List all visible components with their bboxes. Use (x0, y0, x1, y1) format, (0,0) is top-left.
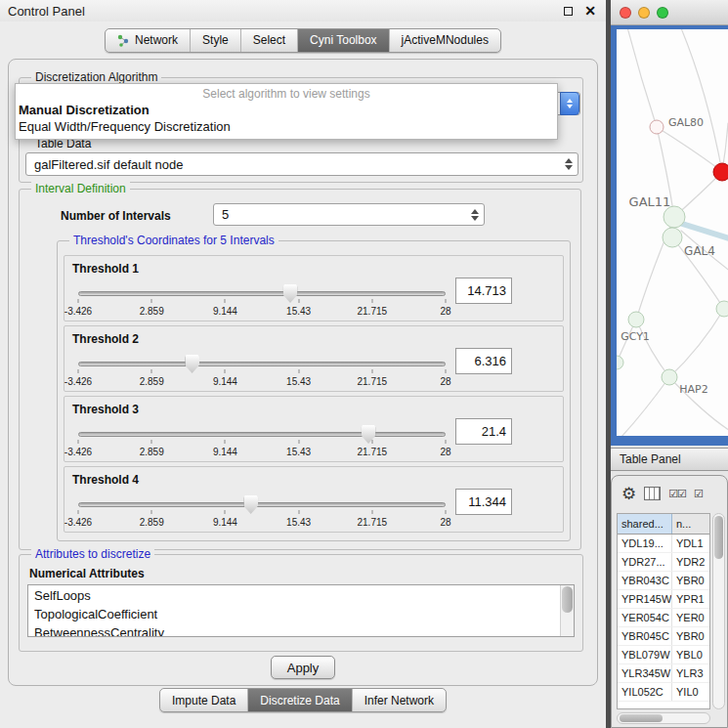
zoom-traffic-light[interactable] (657, 7, 668, 19)
tab-network[interactable]: Network (106, 29, 190, 52)
slider-thumb[interactable] (243, 495, 258, 514)
network-node[interactable] (650, 120, 664, 134)
slider-track[interactable] (78, 502, 446, 507)
table-cell: YPR1 (672, 590, 709, 608)
network-node[interactable] (664, 206, 685, 228)
tab-impute-data[interactable]: Impute Data (160, 689, 247, 711)
column-header-name[interactable]: n... (672, 514, 709, 534)
network-edge[interactable] (679, 223, 728, 240)
close-icon[interactable]: ✕ (584, 5, 596, 17)
select-all-columns-icon[interactable]: ☑☑ (668, 488, 686, 500)
network-window-titlebar (611, 0, 728, 25)
table-row[interactable]: YER054CYER0 (618, 609, 709, 627)
tab-jactivemnodules[interactable]: jActiveMNodules (389, 29, 500, 52)
threshold-3-value-input[interactable]: 21.4 (455, 418, 512, 445)
network-node[interactable] (617, 356, 623, 369)
table-hscrollbar-thumb[interactable] (620, 714, 663, 722)
slider-thumb[interactable] (185, 355, 199, 373)
table-cell: YBR043C (618, 572, 672, 589)
attribute-item[interactable]: TopologicalCoefficient (28, 605, 559, 623)
table-row[interactable]: YLR345WYLR3 (618, 664, 709, 683)
select-column-icon[interactable]: ☑ (694, 488, 703, 500)
slider-track[interactable] (78, 432, 446, 437)
gear-icon[interactable]: ⚙ (621, 486, 636, 502)
table-row[interactable]: YPR145WYPR1 (618, 590, 709, 609)
threshold-2-value-input[interactable]: 6.316 (455, 348, 512, 374)
slider-track[interactable] (78, 291, 446, 296)
network-node[interactable] (663, 228, 682, 247)
table-cell: YIL052C (618, 683, 672, 701)
apply-button[interactable]: Apply (271, 656, 335, 679)
tab-discretize-data[interactable]: Discretize Data (247, 689, 351, 711)
table-vscrollbar[interactable] (712, 513, 725, 709)
network-node[interactable] (716, 301, 728, 317)
attribute-item[interactable]: BetweennessCentrality (28, 623, 559, 637)
slider-tick-mark (371, 299, 372, 303)
table-cell: YLR3 (672, 664, 709, 682)
slider-track[interactable] (78, 362, 446, 366)
tab-select[interactable]: Select (240, 29, 297, 52)
attribute-item[interactable]: SelfLoops (28, 586, 559, 605)
threshold-4-slider[interactable]: -3.4262.8599.14415.4321.71528 (78, 502, 446, 528)
network-edge[interactable] (679, 29, 722, 172)
tab-cyni-toolbox[interactable]: Cyni Toolbox (297, 29, 388, 52)
slider-thumb[interactable] (283, 284, 298, 303)
table-panel-title: Table Panel (620, 452, 681, 466)
close-traffic-light[interactable] (620, 7, 631, 19)
table-cell: YBR0 (672, 572, 709, 589)
slider-tick-label: 15.43 (286, 376, 311, 387)
network-edge[interactable] (636, 320, 669, 377)
network-edge[interactable] (657, 127, 716, 167)
network-canvas[interactable]: GAL80GAL11GAL4GCY1HAP2 (617, 29, 728, 436)
threshold-1-value-input[interactable]: 14.713 (455, 278, 512, 304)
table-row[interactable]: YDR27...YDR2 (618, 553, 709, 572)
table-row[interactable]: YDL19...YDL1 (618, 535, 709, 553)
slider-tick-label: 9.144 (213, 517, 237, 528)
threshold-2-slider[interactable]: -3.4262.8599.14415.4321.71528 (78, 362, 446, 387)
control-panel-titlebar: Control Panel ✕ (0, 0, 606, 21)
slider-tick-mark (151, 510, 152, 514)
columns-icon[interactable] (644, 487, 661, 500)
table-vscrollbar-thumb[interactable] (714, 516, 723, 559)
table-row[interactable]: YBL079WYBL0 (618, 646, 709, 664)
tab-label: Style (202, 33, 229, 47)
network-edge[interactable] (669, 309, 724, 377)
network-node[interactable] (713, 163, 728, 181)
list-scrollbar[interactable] (560, 585, 574, 636)
combobox-stepper-icon[interactable] (560, 92, 579, 115)
table-row[interactable]: YBR043CYBR0 (618, 572, 709, 590)
node-label: GAL11 (629, 194, 671, 209)
table-row[interactable]: YBR045CYBR0 (618, 627, 709, 646)
network-edge[interactable] (621, 377, 669, 436)
tab-label: Cyni Toolbox (310, 33, 376, 47)
table-panel-titlebar: Table Panel (611, 448, 728, 471)
node-label: GCY1 (621, 330, 650, 343)
network-node[interactable] (628, 312, 644, 327)
minimize-traffic-light[interactable] (638, 7, 650, 19)
threshold-3-slider[interactable]: -3.4262.8599.14415.4321.71528 (78, 432, 446, 457)
cyni-toolbox-panel: Discretization Algorithm Table Data galF… (8, 59, 598, 686)
tab-infer-network[interactable]: Infer Network (352, 689, 446, 711)
window-title: Control Panel (8, 4, 85, 19)
list-scrollbar-thumb[interactable] (562, 586, 573, 613)
table-data-select[interactable]: galFiltered.sif default node (25, 152, 578, 176)
tab-style[interactable]: Style (190, 29, 240, 52)
threshold-1-slider[interactable]: -3.4262.8599.14415.4321.71528 (78, 291, 446, 317)
network-edge[interactable] (626, 29, 657, 127)
network-node[interactable] (662, 369, 677, 385)
dropdown-item-equal-width-frequency[interactable]: Equal Width/Frequency Discretization (16, 118, 557, 135)
column-header-shared-name[interactable]: shared... (618, 514, 672, 534)
slider-tick-mark (298, 440, 299, 444)
slider-tick-label: 15.43 (286, 447, 311, 457)
table-hscrollbar[interactable] (617, 712, 710, 724)
table-cell: YBL079W (618, 646, 672, 664)
intervals-select[interactable]: 5 (213, 203, 485, 226)
table-cell: YBR045C (618, 627, 672, 645)
table-row[interactable]: YIL052CYIL0 (618, 683, 709, 702)
threshold-4-value-input[interactable]: 11.344 (455, 489, 512, 515)
slider-tick-label: 28 (440, 376, 450, 387)
app-root: Control Panel ✕ Network (0, 0, 728, 728)
slider-thumb[interactable] (362, 425, 376, 444)
dropdown-item-manual-discretization[interactable]: Manual Discretization (16, 102, 557, 118)
restore-icon[interactable] (564, 7, 573, 16)
